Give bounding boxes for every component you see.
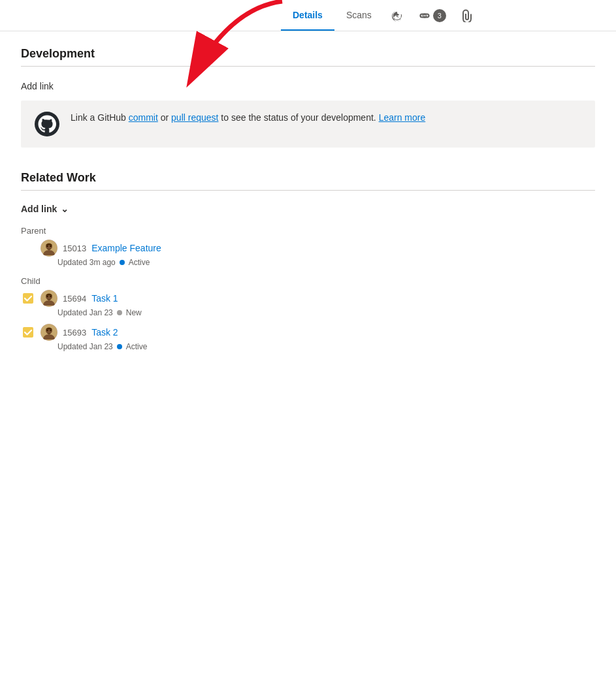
svg-point-11: [50, 296, 52, 298]
status-dot-active: [120, 260, 125, 265]
tab-links[interactable]: 3: [411, 0, 454, 31]
github-commit-link[interactable]: commit: [129, 112, 158, 123]
development-add-link-button[interactable]: Add link: [21, 77, 54, 95]
work-item-id: 15693: [63, 328, 86, 338]
main-content: Development Add link Link a GitHub commi…: [0, 31, 616, 373]
work-item-meta: Updated Jan 23 New: [57, 308, 595, 317]
svg-point-15: [46, 330, 48, 332]
related-work-title: Related Work: [21, 171, 595, 185]
work-item-status: New: [126, 308, 142, 317]
svg-text:🏆: 🏆: [23, 242, 35, 255]
github-pr-link[interactable]: pull request: [171, 112, 218, 123]
related-work-add-link-button[interactable]: Add link ⌄: [21, 201, 69, 217]
work-item-updated: Updated Jan 23: [57, 308, 113, 317]
avatar: [41, 324, 57, 341]
work-item-status: Active: [129, 258, 150, 267]
work-item-updated: Updated Jan 23: [57, 342, 113, 351]
github-learn-more-link[interactable]: Learn more: [379, 112, 426, 123]
development-title: Development: [21, 47, 595, 61]
tab-history[interactable]: [383, 0, 411, 31]
development-divider: [21, 66, 595, 67]
parent-label: Parent: [21, 226, 595, 236]
history-icon: [391, 10, 403, 22]
status-dot-active: [117, 344, 122, 349]
work-item-id: 15013: [63, 244, 86, 253]
svg-point-10: [46, 296, 48, 298]
work-item-row: 🏆 15013 Example Featu: [21, 240, 595, 267]
svg-point-16: [50, 330, 52, 332]
task1-link[interactable]: Task 1: [91, 293, 118, 304]
task2-link[interactable]: Task 2: [91, 327, 118, 338]
status-dot-new: [117, 310, 122, 315]
tab-scans[interactable]: Scans: [334, 0, 383, 31]
dropdown-chevron-icon: ⌄: [61, 204, 69, 214]
work-item-row: 15693 Task 2 Updated Jan 23 Active: [21, 324, 595, 351]
task-icon: [21, 325, 35, 339]
attachments-icon: [462, 9, 472, 22]
child-label: Child: [21, 276, 595, 286]
github-info-box: Link a GitHub commit or pull request to …: [21, 101, 595, 148]
work-item-meta: Updated 3m ago Active: [57, 258, 595, 267]
avatar: [41, 240, 57, 257]
svg-point-6: [50, 245, 52, 247]
work-item-meta: Updated Jan 23 Active: [57, 342, 595, 351]
tab-attachments[interactable]: [454, 0, 480, 31]
avatar: [41, 290, 57, 307]
links-badge: 3: [433, 9, 446, 22]
work-item-row: 15694 Task 1 Updated Jan 23 New: [21, 290, 595, 317]
work-item-status: Active: [126, 342, 148, 351]
task-icon: [21, 291, 35, 306]
links-icon: [419, 11, 430, 20]
work-item-updated: Updated 3m ago: [57, 258, 116, 267]
svg-point-5: [46, 245, 48, 247]
work-item-id: 15694: [63, 294, 86, 304]
epic-icon: 🏆: [21, 241, 35, 255]
example-feature-link[interactable]: Example Feature: [91, 243, 161, 253]
related-work-section: Related Work Add link ⌄ Parent 🏆: [21, 171, 595, 351]
tab-bar: Details Scans 3: [0, 0, 616, 31]
related-work-divider: [21, 190, 595, 191]
development-section: Development Add link Link a GitHub commi…: [21, 47, 595, 148]
github-logo-icon: [34, 111, 60, 137]
tab-details[interactable]: Details: [281, 0, 334, 31]
github-info-text: Link a GitHub commit or pull request to …: [71, 111, 425, 125]
